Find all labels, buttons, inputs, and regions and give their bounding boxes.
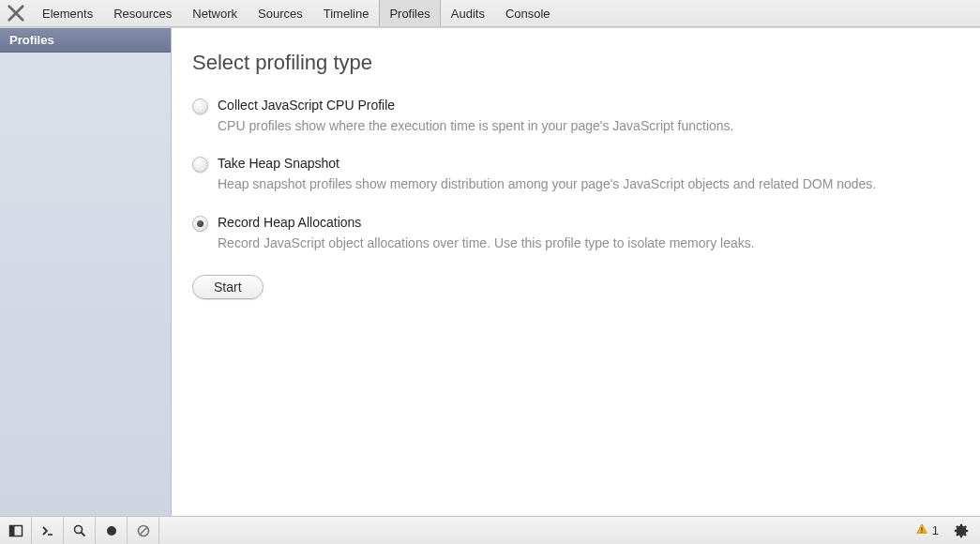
tab-label: Network [192, 7, 237, 21]
svg-point-5 [107, 526, 116, 536]
radio-button[interactable] [192, 157, 208, 173]
svg-line-7 [140, 527, 147, 535]
warning-count: 1 [932, 523, 939, 537]
option-title: Take Heap Snapshot [218, 156, 959, 171]
tab-label: Timeline [324, 7, 369, 21]
tab-label: Profiles [389, 7, 430, 21]
top-tab-bar: Elements Resources Network Sources Timel… [0, 0, 980, 27]
clear-icon[interactable] [128, 517, 159, 545]
warning-icon [915, 522, 928, 538]
tab-label: Console [505, 7, 550, 21]
profile-option-heap-allocations[interactable]: Record Heap Allocations Record JavaScrip… [192, 215, 959, 252]
bottom-toolbar: 1 [0, 516, 980, 544]
record-icon[interactable] [96, 517, 128, 545]
tab-elements[interactable]: Elements [32, 0, 103, 26]
tab-label: Sources [258, 7, 303, 21]
svg-rect-1 [9, 525, 14, 536]
option-description: CPU profiles show where the execution ti… [218, 116, 949, 135]
option-title: Record Heap Allocations [218, 215, 959, 230]
sidebar-header: Profiles [0, 28, 171, 53]
option-description: Record JavaScript object allocations ove… [218, 234, 949, 252]
tabs: Elements Resources Network Sources Timel… [32, 0, 561, 26]
profile-option-heap-snapshot[interactable]: Take Heap Snapshot Heap snapshot profile… [192, 156, 959, 193]
option-body: Collect JavaScript CPU Profile CPU profi… [218, 98, 959, 135]
svg-line-4 [81, 532, 84, 536]
page-title: Select profiling type [192, 51, 959, 75]
option-body: Record Heap Allocations Record JavaScrip… [218, 215, 959, 252]
sidebar: Profiles [0, 28, 172, 516]
option-title: Collect JavaScript CPU Profile [218, 98, 959, 113]
close-icon[interactable] [8, 5, 24, 22]
console-icon[interactable] [32, 517, 64, 545]
tab-timeline[interactable]: Timeline [313, 0, 380, 26]
main-area: Profiles Select profiling type Collect J… [0, 27, 980, 516]
dock-icon[interactable] [0, 517, 32, 545]
radio-button[interactable] [192, 216, 208, 232]
profile-option-cpu[interactable]: Collect JavaScript CPU Profile CPU profi… [192, 98, 959, 135]
svg-rect-8 [921, 527, 922, 531]
option-body: Take Heap Snapshot Heap snapshot profile… [218, 156, 959, 193]
start-button[interactable]: Start [192, 275, 264, 299]
tab-profiles[interactable]: Profiles [379, 0, 440, 26]
tab-sources[interactable]: Sources [248, 0, 313, 26]
content-pane: Select profiling type Collect JavaScript… [172, 28, 980, 516]
tab-label: Resources [113, 7, 172, 21]
tab-network[interactable]: Network [182, 0, 248, 26]
tab-resources[interactable]: Resources [103, 0, 182, 26]
radio-button[interactable] [192, 98, 208, 114]
option-description: Heap snapshot profiles show memory distr… [218, 174, 949, 193]
tab-label: Audits [451, 7, 485, 21]
tab-console[interactable]: Console [495, 0, 561, 26]
settings-icon[interactable] [948, 522, 974, 539]
tab-audits[interactable]: Audits [441, 0, 495, 26]
search-icon[interactable] [64, 517, 96, 545]
warning-indicator[interactable]: 1 [915, 522, 939, 538]
tab-label: Elements [42, 7, 93, 21]
start-button-label: Start [214, 280, 242, 295]
svg-point-3 [74, 525, 82, 533]
sidebar-header-label: Profiles [9, 33, 54, 47]
svg-rect-9 [921, 532, 922, 533]
